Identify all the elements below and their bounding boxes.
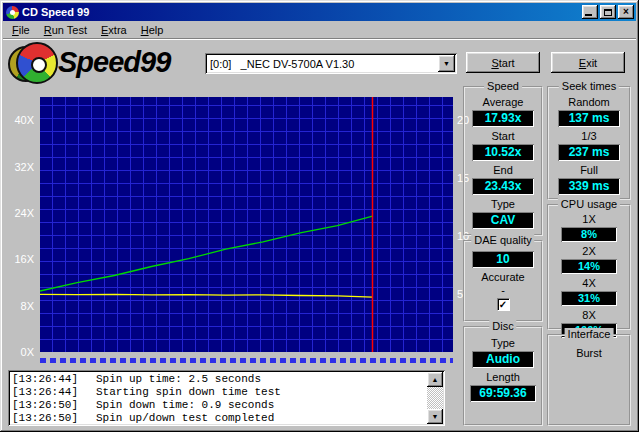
scroll-down-icon: ▼ bbox=[432, 413, 439, 420]
close-button[interactable]: × bbox=[618, 5, 634, 19]
axis-tick-label: 32X bbox=[2, 161, 37, 173]
disc-length-label: Length bbox=[465, 371, 541, 384]
drive-select-dropdown-button[interactable]: ▼ bbox=[438, 55, 455, 72]
log-timestamp: [13:26:44] bbox=[12, 373, 96, 386]
interface-panel: Interface Burst bbox=[547, 334, 631, 426]
menu-file[interactable]: File bbox=[5, 22, 37, 38]
maximize-button[interactable] bbox=[600, 5, 616, 19]
cpu-usage-panel: CPU usage 1X 8% 2X 14% 4X 31% 8X 100% bbox=[547, 204, 631, 330]
seek-full-label: Full bbox=[549, 164, 629, 177]
dae-quality-panel: DAE quality 10 Accurate - ✓ bbox=[463, 240, 543, 322]
speed-average-label: Average bbox=[465, 96, 541, 109]
scroll-up-icon: ▲ bbox=[432, 376, 439, 383]
disc-panel: Disc Type Audio Length 69:59.36 bbox=[463, 326, 543, 426]
speed-start-value: 10.52x bbox=[472, 144, 534, 161]
cpu-1x-value: 8% bbox=[561, 227, 617, 242]
drive-select[interactable]: [0:0] _NEC DV-5700A V1.30 ▼ bbox=[205, 53, 457, 74]
log-line: [13:26:50]Spin down time: 0.9 seconds bbox=[12, 399, 425, 412]
checkmark-icon: ✓ bbox=[499, 300, 507, 310]
window-title: CD Speed 99 bbox=[22, 6, 582, 18]
menubar: File Run Test Extra Help bbox=[3, 21, 636, 39]
log-scrollbar[interactable]: ▲ ▼ bbox=[427, 372, 443, 424]
exit-button-label: Exit bbox=[551, 57, 625, 69]
disc-panel-title: Disc bbox=[489, 320, 516, 332]
log-timestamp: [13:26:50] bbox=[12, 399, 96, 412]
seek-full-value: 339 ms bbox=[558, 178, 620, 195]
speed-type-label: Type bbox=[465, 198, 541, 211]
menu-extra[interactable]: Extra bbox=[94, 22, 134, 38]
menu-run-test[interactable]: Run Test bbox=[37, 22, 94, 38]
speed-end-value: 23.43x bbox=[472, 178, 534, 195]
close-icon: × bbox=[623, 7, 629, 17]
disc-type-label: Type bbox=[465, 337, 541, 350]
titlebar[interactable]: CD Speed 99 × bbox=[3, 3, 636, 21]
speed-type-value: CAV bbox=[472, 212, 534, 229]
axis-tick-label: 0X bbox=[2, 346, 37, 358]
start-button[interactable]: Start bbox=[466, 52, 540, 73]
log-lines: [13:26:44]Spin up time: 2.5 seconds [13:… bbox=[12, 373, 425, 423]
drive-select-value: [0:0] _NEC DV-5700A V1.30 bbox=[205, 58, 438, 70]
accurate-checkbox[interactable]: ✓ bbox=[497, 298, 510, 311]
interface-burst-label: Burst bbox=[549, 347, 629, 360]
axis-tick-label: 24X bbox=[2, 207, 37, 219]
speed-panel-title: Speed bbox=[484, 80, 522, 92]
cpu-usage-panel-title: CPU usage bbox=[558, 198, 620, 210]
dae-quality-value: 10 bbox=[472, 251, 534, 268]
logo-text: Speed99 bbox=[58, 46, 208, 79]
seek-times-panel: Seek times Random 137 ms 1/3 237 ms Full… bbox=[547, 86, 631, 200]
read-speed-line bbox=[40, 216, 373, 291]
cd-disc-icon bbox=[16, 42, 58, 84]
speed99-logo-icon bbox=[8, 42, 56, 88]
menu-help[interactable]: Help bbox=[134, 22, 171, 38]
minimize-icon bbox=[585, 14, 592, 16]
seek-third-value: 237 ms bbox=[558, 144, 620, 161]
maximize-icon bbox=[604, 9, 612, 16]
exit-button[interactable]: Exit bbox=[551, 52, 625, 73]
dae-accurate-label: Accurate bbox=[465, 271, 541, 284]
cpu-4x-value: 31% bbox=[561, 291, 617, 306]
log-message: Starting spin down time test bbox=[96, 386, 281, 398]
log-message: Spin up/down test completed bbox=[96, 412, 274, 423]
speed-start-label: Start bbox=[465, 130, 541, 143]
disc-type-value: Audio bbox=[472, 351, 534, 368]
seek-times-panel-title: Seek times bbox=[559, 80, 619, 92]
interface-panel-title: Interface bbox=[565, 328, 614, 340]
secondary-speed-line bbox=[40, 294, 373, 297]
app-window: CD Speed 99 × File Run Test Extra Help S… bbox=[0, 0, 639, 432]
log-message: Spin up time: 2.5 seconds bbox=[96, 373, 261, 385]
cpu-1x-label: 1X bbox=[549, 213, 629, 226]
seek-random-label: Random bbox=[549, 96, 629, 109]
log-line: [13:26:50]Spin up/down test completed bbox=[12, 412, 425, 423]
speed-chart bbox=[40, 97, 453, 352]
cpu-2x-label: 2X bbox=[549, 245, 629, 258]
y-axis-left: 40X32X24X16X8X0X bbox=[2, 97, 37, 352]
scroll-down-button[interactable]: ▼ bbox=[427, 409, 443, 424]
log-box[interactable]: [13:26:44]Spin up time: 2.5 seconds [13:… bbox=[8, 370, 445, 426]
start-button-label: Start bbox=[466, 57, 540, 69]
dae-dash: - bbox=[465, 284, 541, 296]
seek-random-value: 137 ms bbox=[558, 110, 620, 127]
seek-third-label: 1/3 bbox=[549, 130, 629, 143]
cpu-4x-label: 4X bbox=[549, 277, 629, 290]
axis-tick-label: 8X bbox=[2, 300, 37, 312]
axis-tick-label: 40X bbox=[2, 114, 37, 126]
log-timestamp: [13:26:50] bbox=[12, 412, 96, 423]
log-message: Spin down time: 0.9 seconds bbox=[96, 399, 274, 411]
speed-panel: Speed Average 17.93x Start 10.52x End 23… bbox=[463, 86, 543, 236]
chevron-down-icon: ▼ bbox=[443, 60, 450, 67]
disc-length-value: 69:59.36 bbox=[470, 385, 536, 402]
axis-tick-label: 16X bbox=[2, 253, 37, 265]
log-line: [13:26:44]Spin up time: 2.5 seconds bbox=[12, 373, 425, 386]
speed-average-value: 17.93x bbox=[472, 110, 534, 127]
speed-end-label: End bbox=[465, 164, 541, 177]
log-timestamp: [13:26:44] bbox=[12, 386, 96, 399]
log-line: [13:26:44]Starting spin down time test bbox=[12, 386, 425, 399]
chart-tick-marks bbox=[40, 358, 453, 363]
chart-canvas bbox=[40, 97, 453, 352]
cpu-2x-value: 14% bbox=[561, 259, 617, 274]
app-cd-icon bbox=[6, 6, 19, 19]
cpu-8x-label: 8X bbox=[549, 309, 629, 322]
scroll-up-button[interactable]: ▲ bbox=[427, 372, 443, 387]
dae-quality-panel-title: DAE quality bbox=[471, 234, 534, 246]
minimize-button[interactable] bbox=[582, 5, 598, 19]
